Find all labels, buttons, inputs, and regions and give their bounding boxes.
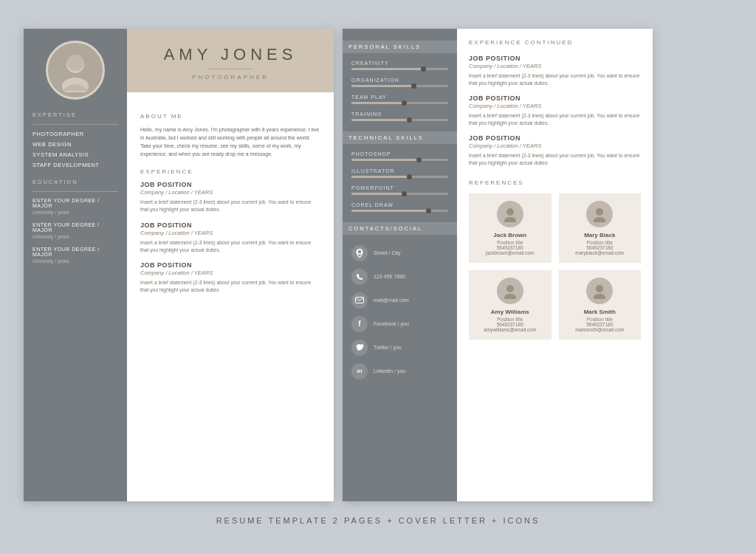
- skill-bar: [351, 119, 448, 121]
- edu-item: ENTER YOUR DEGREE / MAJOR University / y…: [32, 222, 118, 239]
- linkedin-icon: in: [351, 363, 368, 379]
- skill-dot: [411, 83, 416, 89]
- edu-degree: ENTER YOUR DEGREE / MAJOR: [32, 247, 118, 257]
- skill-item: TEAM PLAY: [351, 95, 448, 104]
- about-text: Hello, my name is Amy Jones. I'm photogr…: [140, 126, 320, 159]
- technical-skills-title: TECHNICAL SKILLS: [343, 131, 457, 144]
- job-desc: Insert a brief statement (2-3 lines) abo…: [469, 112, 641, 127]
- ref-avatar: [497, 201, 523, 227]
- job-title: JOB POSITION: [469, 55, 641, 62]
- ref-name: Jack Brown: [476, 232, 544, 238]
- location-icon: [351, 245, 368, 261]
- svg-point-12: [594, 294, 605, 299]
- skill-name: TEAM PLAY: [351, 95, 448, 100]
- edu-degree: ENTER YOUR DEGREE / MAJOR: [32, 222, 118, 233]
- bottom-tagline: RESUME TEMPLATE 2 PAGES + COVER LETTER +…: [216, 516, 540, 525]
- expertise-item: STAFF DEVELOPMENT: [32, 162, 118, 168]
- candidate-name: AMY JONES: [142, 45, 319, 64]
- ref-avatar: [586, 201, 613, 227]
- job-company: Company / Location / YEARS: [469, 142, 641, 149]
- contact-email: mail@mail.com: [374, 298, 409, 303]
- svg-point-2: [67, 55, 83, 71]
- job-desc: Insert a brief statement (2-3 lines) abo…: [140, 279, 320, 294]
- svg-point-6: [504, 217, 516, 222]
- skill-dot: [416, 157, 422, 162]
- skill-bar: [351, 176, 448, 178]
- skill-item: ILLUSTRATOR: [351, 168, 448, 178]
- candidate-title: PHOTOGRAPHER: [142, 74, 319, 80]
- job-desc: Insert a brief statement (2-3 lines) abo…: [469, 152, 641, 167]
- expertise-item: PHOTOGRAPHER: [32, 131, 118, 137]
- ref-position: Position title: [566, 317, 634, 322]
- experience-list: JOB POSITION Company / Location / YEARS …: [140, 181, 320, 294]
- skill-item: PHOTOSHOP: [351, 151, 448, 161]
- contact-item: in Linkedin / you: [351, 363, 448, 379]
- skill-item: TRAINING: [351, 111, 448, 121]
- edu-item: ENTER YOUR DEGREE / MAJOR University / y…: [32, 198, 118, 215]
- expertise-list: PHOTOGRAPHER WEB DESIGN SYSTEM ANALYSIS …: [32, 131, 118, 168]
- page1: EXPERTISE PHOTOGRAPHER WEB DESIGN SYSTEM…: [24, 29, 334, 501]
- edu-institution: University / years: [32, 210, 118, 215]
- experience-section-title: EXPERIENCE: [140, 168, 320, 175]
- page1-sidebar: EXPERTISE PHOTOGRAPHER WEB DESIGN SYSTEM…: [24, 29, 127, 501]
- skill-name: PHOTOSHOP: [351, 151, 448, 157]
- job-company: Company / Location / YEARS: [140, 189, 320, 196]
- references-title: REFERENCES: [469, 179, 641, 186]
- contact-address: Street / City: [374, 250, 401, 255]
- contact-facebook: Facebook / you: [374, 321, 409, 326]
- skill-name: ORGANIZATION: [351, 78, 448, 83]
- skill-bar: [351, 159, 448, 161]
- expertise-title: EXPERTISE: [32, 111, 118, 118]
- exp-cont-list: JOB POSITION Company / Location / YEARS …: [469, 55, 641, 168]
- contacts-title: CONTACTS/SOCIAL: [343, 222, 457, 235]
- expertise-item: WEB DESIGN: [32, 141, 118, 148]
- ref-position: Position title: [476, 317, 544, 322]
- ref-phone: 5649237180: [566, 245, 634, 250]
- page1-main: ABOUT ME Hello, my name is Amy Jones. I'…: [127, 92, 334, 312]
- job-title: JOB POSITION: [469, 134, 641, 142]
- skill-item: COREL DRAW: [351, 202, 448, 212]
- skill-dot: [426, 208, 431, 213]
- ref-email: maryblack@email.com: [566, 250, 634, 255]
- skill-fill: [351, 193, 405, 195]
- ref-card: Amy Williams Position title 5649237180 a…: [469, 270, 551, 340]
- ref-card: Jack Brown Position title 5649237180 jac…: [469, 193, 551, 263]
- contact-item: f Facebook / you: [351, 316, 448, 332]
- avatar: [46, 41, 105, 100]
- skill-fill: [351, 119, 410, 121]
- skill-bar: [351, 193, 448, 195]
- education-title: EDUCATION: [32, 179, 118, 185]
- skill-name: COREL DRAW: [351, 202, 448, 207]
- skill-fill: [351, 85, 414, 87]
- twitter-icon: [351, 340, 368, 356]
- ref-phone: 5649237180: [476, 322, 544, 327]
- contact-item: Twitter / you: [351, 340, 448, 356]
- page2: PERSONAL SKILLS CREATIVITY ORGANIZATION: [343, 29, 653, 501]
- contact-linkedin: Linkedin / you: [374, 368, 405, 374]
- ref-email: marksmith@email.com: [566, 327, 634, 332]
- contacts-list: Street / City 123 456 7890 mail@mail.com: [351, 245, 448, 379]
- personal-skills-list: CREATIVITY ORGANIZATION TEAM PLAY: [351, 61, 448, 121]
- skill-fill: [351, 210, 429, 212]
- skill-name: TRAINING: [351, 111, 448, 117]
- svg-point-7: [596, 208, 603, 216]
- skill-dot: [407, 174, 412, 179]
- svg-point-9: [506, 285, 514, 292]
- page1-content: AMY JONES PHOTOGRAPHER ABOUT ME Hello, m…: [127, 29, 334, 501]
- ref-avatar: [497, 278, 523, 304]
- ref-name: Mark Smith: [566, 309, 634, 315]
- edu-degree: ENTER YOUR DEGREE / MAJOR: [32, 198, 118, 208]
- about-section-title: ABOUT ME: [140, 113, 320, 120]
- skill-bar: [351, 85, 448, 87]
- skill-name: ILLUSTRATOR: [351, 168, 448, 174]
- phone-icon: [351, 269, 368, 285]
- expertise-divider: [32, 124, 118, 125]
- skill-dot: [402, 100, 407, 106]
- ref-phone: 5649237180: [566, 322, 634, 327]
- skill-item: CREATIVITY: [351, 61, 448, 70]
- skill-fill: [351, 176, 410, 178]
- personal-skills-title: PERSONAL SKILLS: [343, 41, 457, 53]
- page1-header: AMY JONES PHOTOGRAPHER: [127, 29, 334, 92]
- skill-fill: [351, 159, 419, 161]
- svg-point-3: [357, 250, 362, 254]
